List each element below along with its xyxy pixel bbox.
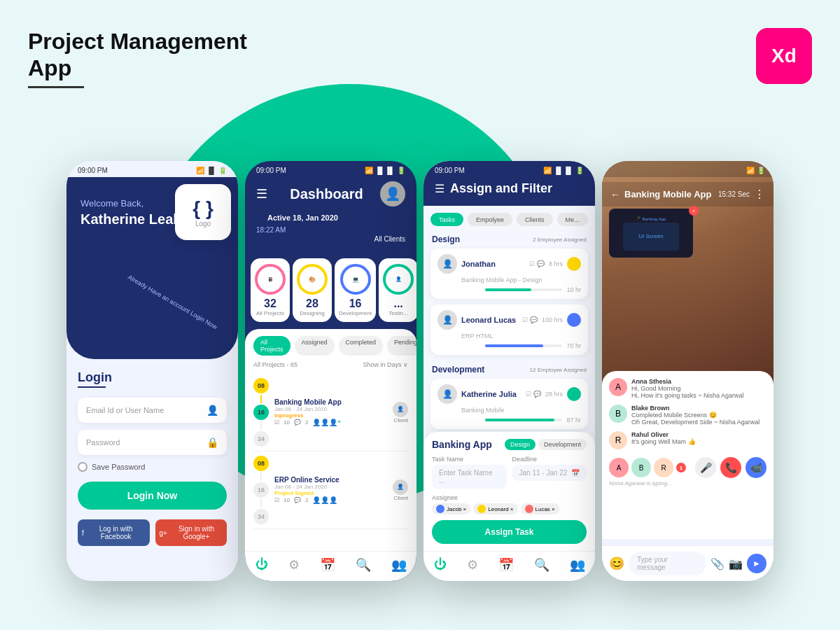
design-section-header: Design 2 Employee Assigned [424, 230, 595, 248]
nav-search-3[interactable]: 🔍 [534, 557, 550, 573]
end-call-button[interactable]: 📞 [720, 457, 741, 478]
page-title-line2: App [28, 55, 247, 81]
task-katherine[interactable]: 👤 Katherine Julia ☑ 💬 28 hrs Banking Mob… [430, 379, 588, 429]
email-field[interactable]: Email Id or User Name 👤 [78, 398, 227, 423]
task-name-input[interactable]: Enter Task Name ... [432, 465, 507, 489]
ftab-tasks[interactable]: Tasks [430, 213, 463, 226]
nav-calendar-3[interactable]: 📅 [498, 557, 514, 573]
task3-progress [485, 419, 562, 421]
social-login-row: f Log in with Facebook g+ Sign in with G… [78, 519, 227, 546]
login-now-button[interactable]: Login Now [78, 482, 227, 510]
close-thumb-button[interactable]: × [689, 206, 699, 216]
assign-task-button[interactable]: Assign Task [432, 520, 587, 544]
deadline-label: Deadline [512, 456, 587, 463]
tab-assigned[interactable]: Assigned [295, 336, 335, 356]
status-time-2: 09:00 PM [256, 167, 286, 174]
message-input[interactable]: Type your message [629, 552, 706, 575]
status-icons-4: 📶 🔋 [746, 167, 765, 174]
leonard-label: Leonard × [488, 506, 513, 512]
notification-badge: 1 [676, 463, 686, 472]
dash-header: ☰ Dashboard 👤 [245, 177, 416, 214]
tab-completed[interactable]: Completed [339, 336, 384, 356]
nav-logout-3[interactable]: ⏻ [434, 557, 447, 573]
proj-info-1: Banking Mobile App Jan 08 - 24 Jan 2020 … [274, 398, 387, 426]
stat-all-projects[interactable]: 🖥 32 All Projects [251, 258, 290, 322]
deadline-input[interactable]: Jan 11 - Jan 22 📅 [512, 465, 587, 481]
proj-name-2: ERP Online Service [274, 476, 387, 484]
emoji-icon[interactable]: 😊 [609, 556, 624, 571]
password-field[interactable]: Password 🔒 [78, 430, 227, 455]
menu-icon[interactable]: ☰ [256, 186, 267, 202]
task2-icons: ☑ 💬 [522, 316, 538, 323]
stat-label-3: Development [339, 310, 372, 316]
task2-progress [485, 344, 562, 347]
task2-avatar: 👤 [438, 310, 457, 330]
back-button[interactable]: ← [610, 189, 620, 200]
dash-time: 18:22 AM [256, 226, 405, 234]
nav-users-3[interactable]: 👥 [570, 557, 585, 573]
task3-icons: ☑ 💬 [526, 391, 541, 398]
nav-settings[interactable]: ⚙ [288, 557, 300, 573]
task1-progress-row: 10 hr [438, 286, 581, 293]
nav-users[interactable]: 👥 [391, 557, 407, 573]
nav-logout[interactable]: ⏻ [255, 557, 268, 573]
signal-icon-1: ▐▌ [206, 167, 216, 174]
google-login-button[interactable]: g+ Sign in with Google+ [155, 519, 227, 546]
task1-avatar: 👤 [438, 254, 457, 274]
ftab-me[interactable]: Me... [557, 213, 588, 226]
gp-icon: g+ [160, 529, 167, 537]
facebook-login-button[interactable]: f Log in with Facebook [78, 519, 150, 546]
status-icons-1: 📶 ▐▌ 🔋 [196, 167, 227, 174]
abp-tab-design[interactable]: Design [505, 439, 536, 450]
assignee-jacob[interactable]: Jacob × [432, 503, 470, 514]
task2-name: Leonard Lucas [461, 316, 518, 324]
curve-text: Already Have an account Login Now [127, 274, 218, 330]
nav-calendar[interactable]: 📅 [320, 557, 335, 573]
task2-assign-avatar [567, 313, 581, 327]
task-jonathan[interactable]: 👤 Jonathan ☑ 💬 8 hrs Banking Mobile App … [430, 248, 588, 299]
stat-development[interactable]: 💻 16 Development [335, 258, 376, 322]
ftab-clients[interactable]: Clients [517, 213, 553, 226]
show-days[interactable]: Show in Days ∨ [363, 361, 408, 368]
wifi-icon-2: 📶 [365, 167, 373, 174]
assignee-lucas[interactable]: Lucas × [521, 503, 559, 514]
projects-count: All Projects - 65 [253, 361, 298, 368]
assign-bottom-panel: Banking App Design Development Task Name… [424, 432, 595, 551]
title-underline [28, 86, 84, 88]
anna-content: Anna Sthesia Hi, Good Morning Hi, How it… [631, 378, 744, 399]
anna-sub: Hi, How it's going tasks ~ Nisha Agarwal [631, 392, 744, 399]
abp-tab-dev[interactable]: Development [538, 439, 587, 450]
tab-all-projects[interactable]: All Projects [253, 336, 290, 356]
nav-search[interactable]: 🔍 [356, 557, 371, 573]
abp-header: Banking App Design Development [432, 439, 587, 450]
task-leonard[interactable]: 👤 Leonard Lucas ☑ 💬 100 hrs ERP HTML 70 … [430, 304, 588, 355]
mute-button[interactable]: 🎤 [695, 457, 716, 478]
send-button[interactable]: ► [747, 554, 766, 573]
save-checkbox[interactable] [78, 462, 88, 472]
nav-settings-3[interactable]: ⚙ [467, 557, 478, 573]
icon-count-2: 10 [284, 497, 290, 503]
proj-right-1: 👤 Client [393, 402, 408, 424]
proj-status-1: Inprogress [274, 412, 387, 419]
ftab-employee[interactable]: Empolyee [468, 213, 512, 226]
projects-meta: All Projects - 65 Show in Days ∨ [253, 361, 408, 368]
assignee-leonard[interactable]: Leonard × [473, 503, 517, 514]
video-button[interactable]: 📹 [746, 457, 766, 478]
tab-pending[interactable]: Pending [387, 336, 416, 356]
proj-right-2: 👤 Client [393, 479, 408, 501]
assign-menu-icon[interactable]: ☰ [435, 182, 444, 195]
dev-section-header: Development 12 Employee Assigned [424, 360, 595, 379]
project-item-1[interactable]: 08 16 34 Banking Mobile App Jan 08 - 24 … [253, 374, 408, 451]
projects-tabs: All Projects Assigned Completed Pending [253, 336, 408, 356]
camera-icon[interactable]: 📷 [729, 557, 743, 570]
attach-icon[interactable]: 📎 [710, 557, 724, 570]
dash-title: Dashboard [290, 186, 363, 202]
project-item-2[interactable]: 08 16 34 ERP Online Service Jan 08 - 24 … [253, 451, 408, 529]
proj-date-2: Jan 08 - 24 Jan 2020 [274, 484, 387, 490]
stat-designing[interactable]: 🎨 28 Designing [293, 258, 332, 322]
more-options-icon[interactable]: ⋮ [754, 188, 765, 201]
stat-label-2: Designing [297, 310, 328, 316]
chat-input-bar: 😊 Type your message 📎 📷 ► [602, 545, 774, 581]
stat-testing[interactable]: 👤 ... Testin... [379, 258, 416, 322]
phone-chat: 📶 🔋 ← Banking Mobile App 15:32 Sec ⋮ 📱 B… [602, 161, 774, 581]
